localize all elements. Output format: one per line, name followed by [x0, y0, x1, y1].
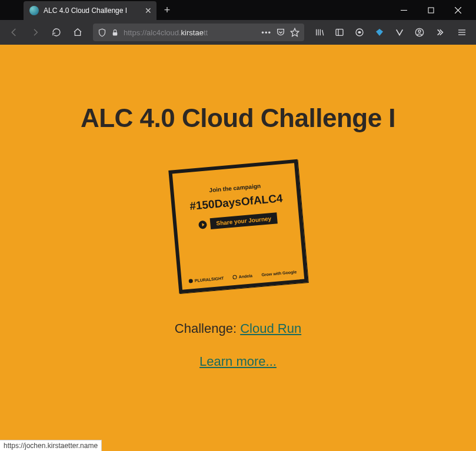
- window-controls: [390, 0, 476, 20]
- home-button[interactable]: [68, 23, 87, 42]
- lock-icon[interactable]: [111, 29, 119, 36]
- svg-marker-13: [376, 29, 383, 36]
- extension-circle-icon[interactable]: [350, 23, 369, 42]
- challenge-label: Challenge:: [175, 321, 240, 336]
- poster-hashtag: #150DaysOfALC4: [189, 192, 283, 213]
- window-maximize-button[interactable]: [417, 0, 444, 20]
- browser-tab[interactable]: ALC 4.0 Cloud Challenge I ✕: [24, 1, 157, 20]
- url-text: https://alc4cloud.kirstaett: [124, 28, 257, 37]
- page-content: ALC 4.0 Cloud Challenge I Join the campa…: [0, 45, 476, 451]
- pocket-icon[interactable]: [276, 28, 285, 37]
- svg-rect-10: [336, 29, 343, 36]
- forward-button[interactable]: [26, 23, 45, 42]
- svg-marker-5: [291, 28, 298, 36]
- svg-line-9: [322, 30, 324, 35]
- tab-title: ALC 4.0 Cloud Challenge I: [44, 6, 139, 15]
- tab-close-icon[interactable]: ✕: [144, 6, 153, 15]
- challenge-line: Challenge: Cloud Run: [175, 321, 301, 336]
- toolbar: https://alc4cloud.kirstaett •••: [0, 20, 476, 45]
- titlebar: ALC 4.0 Cloud Challenge I ✕ +: [0, 0, 476, 20]
- poster-share-row: Share your Journey: [198, 212, 277, 230]
- learn-more-link[interactable]: Learn more...: [199, 354, 277, 369]
- poster-campaign-text: Join the campaign: [209, 182, 261, 193]
- svg-rect-4: [113, 32, 118, 35]
- status-bar: https://jochen.kirstaetter.name: [0, 440, 102, 451]
- svg-point-15: [418, 30, 421, 32]
- poster-image: Join the campaign #150DaysOfALC4 Share y…: [174, 165, 303, 288]
- sidebar-icon[interactable]: [330, 23, 349, 42]
- back-button[interactable]: [5, 23, 24, 42]
- tab-strip: ALC 4.0 Cloud Challenge I ✕ +: [0, 0, 390, 20]
- reload-button[interactable]: [47, 23, 66, 42]
- shield-icon[interactable]: [98, 28, 106, 37]
- tab-favicon: [29, 6, 39, 15]
- overflow-icon[interactable]: [430, 23, 449, 42]
- challenge-link[interactable]: Cloud Run: [240, 321, 301, 336]
- window-close-button[interactable]: [444, 0, 471, 20]
- library-icon[interactable]: [310, 23, 329, 42]
- svg-rect-1: [428, 8, 434, 13]
- bookmark-star-icon[interactable]: [290, 28, 299, 37]
- poster-sponsors: PLURALSIGHT Andela Grow with Google: [188, 270, 297, 283]
- page-actions-icon[interactable]: •••: [261, 28, 271, 37]
- vue-icon[interactable]: [390, 23, 409, 42]
- poster-share-pill: Share your Journey: [209, 212, 277, 229]
- play-icon: [198, 220, 207, 229]
- hamburger-menu-icon[interactable]: [452, 23, 471, 42]
- page-heading: ALC 4.0 Cloud Challenge I: [81, 103, 395, 133]
- window-minimize-button[interactable]: [390, 0, 417, 20]
- diamond-icon[interactable]: [370, 23, 389, 42]
- account-icon[interactable]: [410, 23, 429, 42]
- toolbar-right: [310, 23, 471, 42]
- new-tab-button[interactable]: +: [159, 2, 175, 18]
- url-bar[interactable]: https://alc4cloud.kirstaett •••: [93, 24, 304, 41]
